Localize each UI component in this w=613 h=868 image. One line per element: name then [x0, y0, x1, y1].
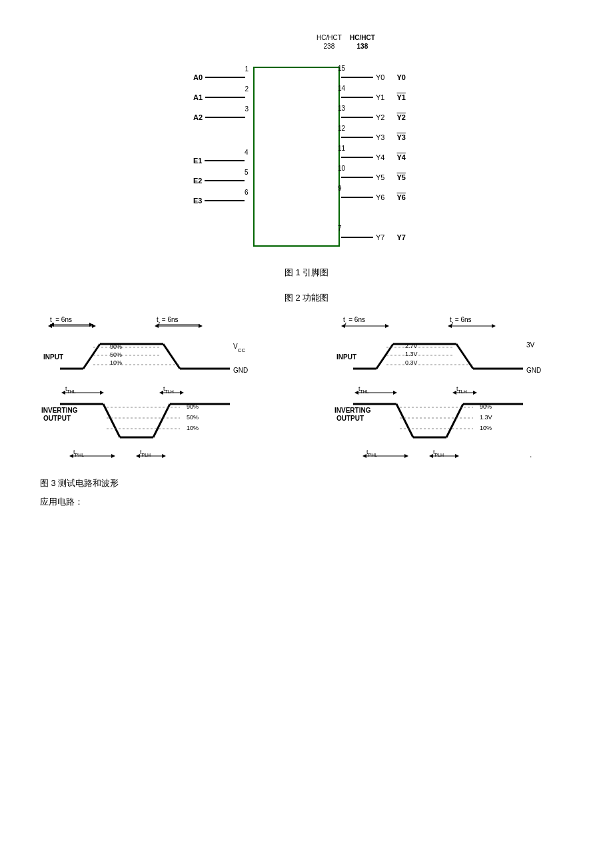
svg-line-65 [376, 344, 393, 369]
pin-diagram-section: HC/HCT238 HC/HCT138 A0 1 A1 2 A2 3 E1 [40, 27, 573, 285]
svg-text:INPUT: INPUT [43, 353, 63, 361]
waveform-left: tr = 6ns tf = 6ns VCC GND [40, 314, 300, 467]
pin-y3-238: Y3 [376, 133, 384, 141]
svg-line-14 [83, 344, 100, 369]
svg-marker-31 [180, 391, 184, 395]
svg-text:0.3V: 0.3V [405, 359, 418, 366]
app-circuit-label: 应用电路： [40, 496, 573, 508]
pin-e1-label: E1 [193, 157, 202, 165]
svg-text:90%: 90% [480, 403, 492, 410]
pin-y5-right: 10 Y5 Y5 [341, 173, 406, 181]
svg-text:.: . [530, 450, 532, 459]
pin-a1: A1 2 [193, 93, 245, 101]
pin-y0-138: Y0 [396, 73, 405, 81]
pin-y4-238: Y4 [376, 153, 384, 161]
svg-text:50%: 50% [110, 351, 122, 358]
pin-a0-num: 1 [245, 65, 249, 73]
pin-y5-238: Y5 [376, 173, 384, 181]
fig2-caption: 图 2 功能图 [40, 292, 573, 304]
pin-y2-right: 13 Y2 Y2 [341, 113, 406, 121]
pin-e3: E3 6 [193, 197, 245, 205]
svg-line-67 [456, 344, 473, 369]
svg-text:OUTPUT: OUTPUT [336, 415, 364, 422]
svg-line-86 [396, 404, 413, 437]
svg-text:10%: 10% [110, 359, 122, 366]
svg-marker-48 [111, 454, 115, 458]
svg-marker-81 [452, 391, 456, 395]
fig3-caption: 图 3 测试电路和波形 [40, 477, 573, 489]
svg-marker-102 [429, 454, 433, 458]
pin-e3-label: E3 [193, 197, 202, 205]
svg-text:10%: 10% [480, 425, 492, 431]
pin-e1-num: 4 [245, 149, 249, 156]
pin-y3-138: Y3 [396, 133, 405, 141]
svg-text:10%: 10% [187, 425, 199, 431]
pin-a0-label: A0 [193, 73, 203, 81]
pin-a1-label: A1 [193, 93, 203, 101]
pin-y1-138: Y1 [396, 93, 405, 101]
svg-marker-77 [354, 391, 358, 395]
fig1-caption: 图 1 引脚图 [285, 267, 328, 279]
svg-line-35 [103, 404, 120, 437]
svg-marker-30 [159, 391, 163, 395]
pin-y1-238: Y1 [376, 93, 384, 101]
svg-text:INVERTING: INVERTING [334, 407, 371, 414]
svg-text:tr = 6ns: tr = 6ns [343, 316, 365, 327]
pin-a2: A2 3 [193, 113, 245, 121]
svg-text:1.3V: 1.3V [405, 351, 418, 357]
svg-marker-56 [385, 324, 389, 328]
pin-y0-right: 15 Y0 Y0 [341, 73, 406, 81]
pin-y6-238: Y6 [376, 193, 384, 201]
svg-marker-78 [393, 391, 397, 395]
svg-text:90%: 90% [110, 343, 122, 350]
ic-box [253, 67, 340, 247]
svg-marker-52 [162, 454, 166, 458]
pin-y4-right: 11 Y4 Y4 [341, 153, 406, 161]
pin-e2: E2 5 [193, 177, 245, 185]
pin-a2-label: A2 [193, 113, 203, 121]
pin-y2-238: Y2 [376, 113, 384, 121]
header-238: HC/HCT238 [316, 33, 342, 51]
svg-line-37 [153, 404, 170, 437]
svg-marker-59 [448, 324, 452, 328]
header-138: HC/HCT138 [350, 33, 375, 51]
svg-marker-82 [473, 391, 477, 395]
pin-diagram-wrapper: HC/HCT238 HC/HCT138 A0 1 A1 2 A2 3 E1 [187, 33, 426, 260]
pin-y3-right: 12 Y3 Y3 [341, 133, 406, 141]
svg-text:GND: GND [526, 367, 541, 374]
svg-line-16 [163, 344, 180, 369]
pin-a1-num: 2 [245, 85, 249, 93]
pin-y4-138: Y4 [396, 153, 405, 161]
pin-y0-238: Y0 [376, 73, 384, 81]
pin-e1: E1 4 [193, 157, 245, 165]
pin-y6-right: 9 Y6 Y6 [341, 193, 406, 201]
pin-y6-138: Y6 [396, 193, 405, 201]
svg-marker-9 [199, 324, 203, 328]
svg-marker-47 [69, 454, 73, 458]
svg-marker-51 [136, 454, 140, 458]
svg-marker-6 [92, 324, 96, 328]
pin-e2-label: E2 [193, 177, 202, 185]
pin-y5-138: Y5 [396, 173, 405, 181]
svg-marker-103 [455, 454, 459, 458]
pin-a2-num: 3 [245, 105, 249, 113]
svg-line-88 [446, 404, 463, 437]
svg-marker-26 [61, 391, 65, 395]
svg-marker-60 [492, 324, 496, 328]
svg-marker-55 [341, 324, 345, 328]
svg-text:tf = 6ns: tf = 6ns [450, 316, 472, 327]
pin-y7-138: Y7 [396, 233, 405, 241]
svg-marker-99 [404, 454, 408, 458]
pin-e2-num: 5 [245, 169, 249, 176]
svg-text:OUTPUT: OUTPUT [43, 415, 71, 422]
svg-text:VCC: VCC [233, 343, 245, 353]
pin-e3-num: 6 [245, 189, 249, 196]
waveform-row: tr = 6ns tf = 6ns VCC GND [40, 314, 573, 467]
pin-y2-138: Y2 [396, 113, 405, 121]
svg-marker-98 [362, 454, 366, 458]
pin-y1-right: 14 Y1 Y1 [341, 93, 406, 101]
svg-text:1.3V: 1.3V [480, 414, 492, 421]
waveform-right: tr = 6ns tf = 6ns 3V GND INPUT 2.7V 1.3V… [333, 314, 593, 467]
svg-text:90%: 90% [187, 403, 199, 410]
svg-text:INVERTING: INVERTING [41, 407, 78, 414]
